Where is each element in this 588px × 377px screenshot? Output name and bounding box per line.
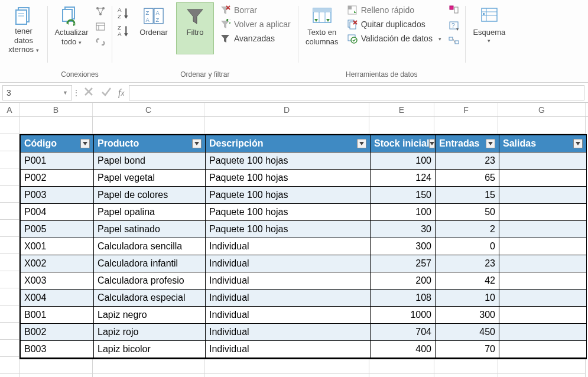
quitar-duplicados-button[interactable]: Quitar duplicados: [345, 18, 444, 31]
table-cell[interactable]: 300: [371, 238, 436, 255]
col-header-a[interactable]: A: [0, 103, 20, 116]
table-cell[interactable]: [499, 290, 587, 307]
filter-icon[interactable]: [486, 139, 495, 148]
table-row[interactable]: P004Papel opalinaPaquete 100 hojas10050: [21, 204, 587, 221]
table-cell[interactable]: Papel vegetal: [94, 170, 206, 187]
table-cell[interactable]: 100: [371, 204, 436, 221]
col-header-g[interactable]: G: [498, 103, 586, 116]
table-header[interactable]: Stock inicial: [371, 135, 436, 152]
relleno-rapido-button[interactable]: Relleno rápido: [345, 4, 444, 17]
table-cell[interactable]: 704: [371, 324, 436, 341]
relaciones-icon-button[interactable]: [447, 34, 460, 47]
table-header[interactable]: Código: [21, 135, 94, 152]
table-cell[interactable]: Calculadora especial: [94, 290, 206, 307]
table-cell[interactable]: Calculadora sencilla: [94, 238, 206, 255]
formula-input[interactable]: [129, 85, 584, 100]
table-cell[interactable]: 65: [436, 170, 499, 187]
table-cell[interactable]: Paquete 100 hojas: [206, 152, 371, 170]
cancel-icon[interactable]: [83, 86, 95, 99]
fx-icon[interactable]: fx: [118, 87, 124, 98]
table-cell[interactable]: Individual: [206, 255, 371, 272]
table-cell[interactable]: 10: [436, 290, 499, 307]
table-cell[interactable]: 200: [371, 272, 436, 290]
table-cell[interactable]: P003: [21, 187, 94, 204]
table-cell[interactable]: 23: [436, 152, 499, 170]
table-cell[interactable]: 100: [371, 152, 436, 170]
table-cell[interactable]: [499, 307, 587, 324]
table-cell[interactable]: [499, 238, 587, 255]
table-cell[interactable]: 15: [436, 187, 499, 204]
table-cell[interactable]: [499, 152, 587, 170]
table-cell[interactable]: 257: [371, 255, 436, 272]
table-cell[interactable]: Individual: [206, 307, 371, 324]
table-row[interactable]: X003Calculadora profesioIndividual20042: [21, 272, 587, 290]
consolidar-icon-button[interactable]: [447, 4, 460, 17]
table-cell[interactable]: 108: [371, 290, 436, 307]
table-cell[interactable]: 400: [371, 341, 436, 358]
table-cell[interactable]: 70: [436, 341, 499, 358]
table-cell[interactable]: 42: [436, 272, 499, 290]
table-row[interactable]: B001Lapiz negroIndividual1000300: [21, 307, 587, 324]
table-cell[interactable]: [499, 272, 587, 290]
filter-icon[interactable]: [192, 139, 202, 148]
texto-columnas-button[interactable]: Texto en columnas: [303, 2, 341, 54]
table-row[interactable]: X002Calculadora infantilIndividual25723: [21, 255, 587, 272]
esquema-button[interactable]: Esquema ▾: [470, 2, 508, 54]
table-header[interactable]: Producto: [94, 135, 206, 152]
sort-desc-button[interactable]: ZA: [117, 24, 131, 38]
table-cell[interactable]: Individual: [206, 341, 371, 358]
table-cell[interactable]: 150: [371, 187, 436, 204]
table-row[interactable]: P003Papel de coloresPaquete 100 hojas150…: [21, 187, 587, 204]
table-cell[interactable]: [499, 170, 587, 187]
table-cell[interactable]: Papel satinado: [94, 221, 206, 238]
table-cell[interactable]: Paquete 100 hojas: [206, 170, 371, 187]
volver-aplicar-button[interactable]: Volver a aplicar: [217, 18, 293, 31]
table-row[interactable]: B003Lapiz bicolorIndividual40070: [21, 341, 587, 358]
filter-icon[interactable]: [429, 139, 435, 148]
filter-icon[interactable]: [80, 139, 90, 148]
table-cell[interactable]: Individual: [206, 290, 371, 307]
table-cell[interactable]: P005: [21, 221, 94, 238]
table-cell[interactable]: Individual: [206, 238, 371, 255]
ordenar-button[interactable]: ZAAZ Ordenar: [135, 2, 173, 54]
table-row[interactable]: B002Lapiz rojoIndividual704450: [21, 324, 587, 341]
conexiones-icon-button[interactable]: [94, 5, 107, 18]
table-cell[interactable]: B002: [21, 324, 94, 341]
propiedades-icon-button[interactable]: [94, 20, 107, 33]
table-cell[interactable]: Individual: [206, 272, 371, 290]
table-row[interactable]: P002Papel vegetalPaquete 100 hojas12465: [21, 170, 587, 187]
spreadsheet-grid[interactable]: Código Producto Descripción Stock inicia…: [0, 117, 588, 377]
table-cell[interactable]: X003: [21, 272, 94, 290]
table-cell[interactable]: Calculadora profesio: [94, 272, 206, 290]
col-header-b[interactable]: B: [20, 103, 93, 116]
table-cell[interactable]: B001: [21, 307, 94, 324]
table-cell[interactable]: Lapiz rojo: [94, 324, 206, 341]
table-cell[interactable]: 1000: [371, 307, 436, 324]
editar-vinculos-icon-button[interactable]: [94, 35, 107, 48]
table-cell[interactable]: 2: [436, 221, 499, 238]
filtro-button[interactable]: Filtro: [176, 2, 214, 54]
table-cell[interactable]: [499, 255, 587, 272]
table-cell[interactable]: P002: [21, 170, 94, 187]
obtener-datos-button[interactable]: tener datos xternos ▾: [5, 2, 43, 54]
table-cell[interactable]: X001: [21, 238, 94, 255]
table-cell[interactable]: Lapiz negro: [94, 307, 206, 324]
table-cell[interactable]: X002: [21, 255, 94, 272]
table-cell[interactable]: P001: [21, 152, 94, 170]
table-cell[interactable]: Lapiz bicolor: [94, 341, 206, 358]
col-header-f[interactable]: F: [434, 103, 498, 116]
table-cell[interactable]: [499, 221, 587, 238]
validacion-datos-button[interactable]: Validación de datos ▾: [345, 32, 444, 45]
table-cell[interactable]: 0: [436, 238, 499, 255]
table-row[interactable]: P001Papel bondPaquete 100 hojas10023: [21, 152, 587, 170]
table-cell[interactable]: Individual: [206, 324, 371, 341]
filter-icon[interactable]: [573, 139, 583, 148]
actualizar-todo-button[interactable]: Actualizar todo ▾: [53, 2, 90, 54]
table-cell[interactable]: P004: [21, 204, 94, 221]
col-header-d[interactable]: D: [204, 103, 369, 116]
col-header-c[interactable]: C: [93, 103, 204, 116]
table-cell[interactable]: Paquete 100 hojas: [206, 204, 371, 221]
table-cell[interactable]: Calculadora infantil: [94, 255, 206, 272]
table-cell[interactable]: [499, 187, 587, 204]
sort-asc-button[interactable]: AZ: [117, 6, 131, 20]
